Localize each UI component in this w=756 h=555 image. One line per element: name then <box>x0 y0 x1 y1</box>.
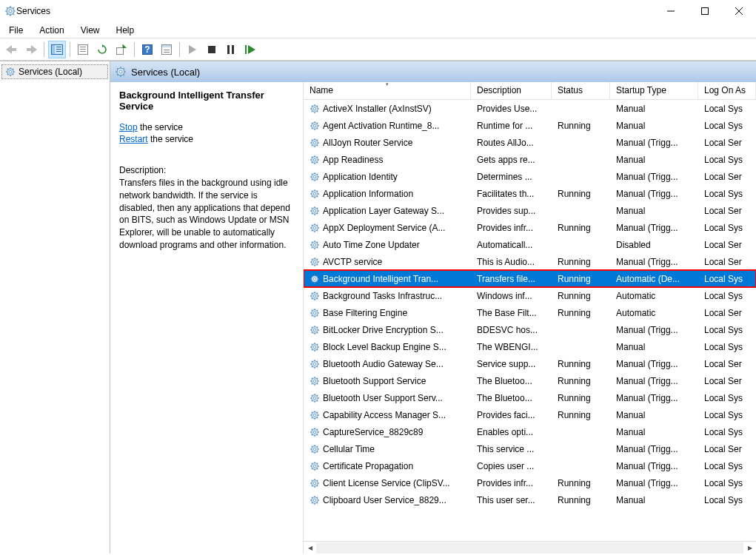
service-row[interactable]: Bluetooth Support ServiceThe Bluetoo...R… <box>304 372 756 389</box>
menu-view[interactable]: View <box>73 24 107 37</box>
gear-icon <box>310 359 320 369</box>
service-status: Running <box>552 495 610 505</box>
show-hide-tree-button[interactable] <box>48 41 66 58</box>
service-description: The Base Filt... <box>471 308 552 318</box>
service-row[interactable]: Cellular TimeThis service ...Manual (Tri… <box>304 440 756 457</box>
start-service-button[interactable] <box>184 41 201 58</box>
menubar: File Action View Help <box>0 22 756 38</box>
service-startup-type: Manual <box>610 495 698 505</box>
svg-rect-11 <box>702 8 709 15</box>
svg-rect-40 <box>232 45 234 54</box>
service-status: Running <box>552 308 610 318</box>
service-startup-type: Disabled <box>610 240 698 250</box>
service-logon: Local Sys <box>698 325 756 335</box>
service-row[interactable]: Block Level Backup Engine S...The WBENGI… <box>304 338 756 355</box>
service-description: The WBENGI... <box>471 342 552 352</box>
service-logon: Local Sys <box>698 121 756 131</box>
service-startup-type: Manual (Trigg... <box>610 138 698 148</box>
service-row[interactable]: BitLocker Drive Encryption S...BDESVC ho… <box>304 321 756 338</box>
service-row[interactable]: Base Filtering EngineThe Base Filt...Run… <box>304 304 756 321</box>
service-description: Windows inf... <box>471 291 552 301</box>
svg-marker-29 <box>123 44 127 48</box>
service-row[interactable]: Background Tasks Infrastruc...Windows in… <box>304 287 756 304</box>
selected-service-name: Background Intelligent Transfer Service <box>119 90 294 112</box>
export-button[interactable] <box>113 41 130 58</box>
gear-icon <box>310 478 320 488</box>
service-row[interactable]: Background Intelligent Tran...Transfers … <box>304 270 756 287</box>
service-name: Bluetooth Support Service <box>323 376 426 386</box>
service-row[interactable]: App ReadinessGets apps re...ManualLocal … <box>304 151 756 168</box>
column-header-name[interactable]: Name <box>304 82 471 99</box>
menu-action[interactable]: Action <box>32 24 71 37</box>
service-logon: Local Ser <box>698 206 756 216</box>
horizontal-scrollbar[interactable]: ◀ ▶ <box>304 541 756 554</box>
service-row[interactable]: Application Layer Gateway S...Provides s… <box>304 202 756 219</box>
service-startup-type: Manual (Trigg... <box>610 189 698 199</box>
menu-file[interactable]: File <box>1 24 30 37</box>
scroll-right-button[interactable]: ▶ <box>743 542 756 554</box>
service-logon: Local Sys <box>698 342 756 352</box>
service-row[interactable]: Application IdentityDetermines ...Manual… <box>304 168 756 185</box>
export-list-button[interactable] <box>74 41 92 58</box>
service-startup-type: Manual <box>610 342 698 352</box>
restart-service-button[interactable] <box>241 41 259 58</box>
service-row[interactable]: Auto Time Zone UpdaterAutomaticall...Dis… <box>304 236 756 253</box>
service-row[interactable]: Bluetooth User Support Serv...The Blueto… <box>304 389 756 406</box>
tree-services-local[interactable]: Services (Local) <box>1 64 108 79</box>
gear-icon <box>310 495 320 505</box>
service-row[interactable]: Application InformationFacilitates th...… <box>304 185 756 202</box>
gear-icon <box>310 291 320 301</box>
stop-service-link[interactable]: Stop <box>119 122 138 132</box>
service-description: Service supp... <box>471 359 552 369</box>
forward-button[interactable] <box>22 41 40 58</box>
service-startup-type: Manual <box>610 121 698 131</box>
column-header-startup-type[interactable]: Startup Type <box>610 82 698 99</box>
close-button[interactable] <box>722 0 756 22</box>
service-row[interactable]: Bluetooth Audio Gateway Se...Service sup… <box>304 355 756 372</box>
service-row[interactable]: Agent Activation Runtime_8...Runtime for… <box>304 117 756 134</box>
column-header-description[interactable]: Description <box>471 82 552 99</box>
gear-icon <box>310 104 320 114</box>
stop-service-button[interactable] <box>203 41 221 58</box>
service-startup-type: Manual <box>610 427 698 437</box>
restart-service-link[interactable]: Restart <box>119 134 148 144</box>
service-startup-type: Manual (Trigg... <box>610 325 698 335</box>
pause-service-button[interactable] <box>222 41 240 58</box>
service-logon: Local Ser <box>698 172 756 182</box>
service-row[interactable]: AppX Deployment Service (A...Provides in… <box>304 219 756 236</box>
menu-help[interactable]: Help <box>109 24 142 37</box>
service-row[interactable]: ActiveX Installer (AxInstSV)Provides Use… <box>304 100 756 117</box>
svg-rect-24 <box>80 47 86 47</box>
scroll-left-button[interactable]: ◀ <box>304 542 316 554</box>
properties-button[interactable] <box>158 41 175 58</box>
maximize-button[interactable] <box>688 0 722 22</box>
service-description: Routes AllJo... <box>471 138 552 148</box>
service-startup-type: Manual (Trigg... <box>610 223 698 233</box>
help-button[interactable]: ? <box>138 41 156 58</box>
back-button[interactable] <box>3 41 21 58</box>
service-row[interactable]: Clipboard User Service_8829...This user … <box>304 491 756 508</box>
service-row[interactable]: Capability Access Manager S...Provides f… <box>304 406 756 423</box>
service-description: Transfers file... <box>471 274 552 284</box>
services-list: Name Description Status Startup Type Log… <box>303 82 756 554</box>
service-row[interactable]: AllJoyn Router ServiceRoutes AllJo...Man… <box>304 134 756 151</box>
service-logon: Local Sys <box>698 155 756 165</box>
column-header-status[interactable]: Status <box>552 82 610 99</box>
service-description: Provides infr... <box>471 478 552 488</box>
service-row[interactable]: CaptureService_8829c89Enables opti...Man… <box>304 423 756 440</box>
refresh-button[interactable] <box>93 41 111 58</box>
scroll-track[interactable] <box>316 542 743 554</box>
service-row[interactable]: AVCTP serviceThis is Audio...RunningManu… <box>304 253 756 270</box>
service-name: Certificate Propagation <box>323 461 413 471</box>
service-startup-type: Manual (Trigg... <box>610 478 698 488</box>
service-name: CaptureService_8829c89 <box>323 427 423 437</box>
service-description: This user ser... <box>471 495 552 505</box>
service-name: App Readiness <box>323 155 383 165</box>
service-row[interactable]: Certificate PropagationCopies user ...Ma… <box>304 457 756 474</box>
gear-icon <box>310 342 320 352</box>
service-logon: Local Sys <box>698 189 756 199</box>
service-row[interactable]: Client License Service (ClipSV...Provide… <box>304 474 756 491</box>
service-startup-type: Manual (Trigg... <box>610 393 698 403</box>
column-header-log-on-as[interactable]: Log On As <box>698 82 756 99</box>
minimize-button[interactable] <box>654 0 688 22</box>
